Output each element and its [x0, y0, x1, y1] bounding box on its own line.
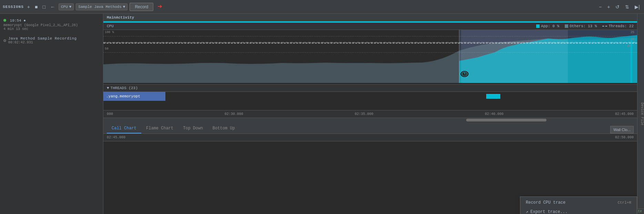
main-layout: 10:54 ● memoryopt (Google Pixel_2_XL_API… [0, 14, 644, 214]
add-session-button[interactable]: + [26, 3, 31, 10]
session-duration: 4 min 13 sec [3, 27, 100, 31]
recording-name: Java Method Sample Recording [8, 36, 77, 41]
timeline-label-3: 02:40.000 [485, 112, 503, 116]
menu-record-cpu-label: Record CPU trace [526, 200, 565, 205]
others-color-dot [565, 24, 568, 28]
zoom-out-icon[interactable]: − [597, 3, 603, 10]
cpu-section: CPU App: 0 % Others: 13 % Threads: 22 [103, 23, 637, 85]
sample-dropdown[interactable]: Sample Java Methods ▼ [76, 3, 127, 10]
session-time: 10:54 ● [3, 19, 100, 23]
menu-record-cpu-shortcut: Ctrl+R [617, 201, 631, 205]
play-to-end-icon[interactable]: ▶| [633, 3, 641, 10]
chevron-down-icon-sample: ▼ [123, 5, 125, 9]
record-button[interactable]: Record [130, 3, 153, 11]
y-label-50: 50 [105, 47, 109, 51]
tab-call-chart[interactable]: Call Chart [107, 124, 141, 133]
legend-threads: Threads: 22 [602, 24, 634, 28]
timeline-label-1: 02:30.000 [225, 112, 243, 116]
session-recording[interactable]: ⚙ Java Method Sample Recording 00:02:42.… [0, 35, 103, 46]
horizontal-scroll[interactable] [103, 118, 637, 122]
chart-timeline-left: 02:45.000 [107, 136, 125, 139]
tab-bottom-up[interactable]: Bottom Up [208, 124, 240, 133]
thread-timeline [165, 92, 637, 101]
sidebar: 10:54 ● memoryopt (Google Pixel_2_XL_API… [0, 14, 103, 214]
chart-timeline: 02:45.000 02:50.000 [103, 134, 637, 141]
legend-threads-label: Threads: 22 [609, 24, 634, 28]
scroll-thumb[interactable] [466, 119, 546, 121]
tabs-section: Call Chart Flame Chart Top Down Bottom U… [103, 122, 637, 134]
context-menu: Record CPU trace Ctrl+R ↗ Export trace..… [520, 196, 637, 214]
back-button[interactable]: ← [49, 3, 57, 10]
cpu-chart-area: 100 % 50 25 20 15 - [103, 30, 637, 83]
export-icon: ↗ [526, 209, 528, 214]
chart-content: Record CPU trace Ctrl+R ↗ Export trace..… [103, 141, 637, 214]
collapse-icon[interactable]: ▼ [107, 86, 109, 90]
menu-export-trace[interactable]: ↗ Export trace... [520, 207, 637, 214]
threads-header: ▼ THREADS (23) [103, 85, 637, 92]
recording-time: 00:02:42.931 [8, 41, 77, 44]
session-time-label: 10:54 ● [10, 19, 26, 23]
legend-app: App: 0 % [536, 24, 559, 28]
right-panel: Device File [637, 14, 644, 214]
device-file-label: Device File [640, 103, 644, 125]
cpu-section-label: CPU [107, 24, 114, 28]
arrow-indicator: ➜ [157, 2, 162, 11]
threads-color-dash [602, 26, 607, 26]
y-label-15: 15 - [627, 44, 634, 48]
legend-app-label: App: 0 % [541, 24, 559, 28]
menu-export-trace-label: Export trace... [530, 210, 568, 214]
tab-flame-chart[interactable]: Flame Chart [141, 124, 178, 133]
main-content: MainActivity CPU App: 0 % Others: 13 % [103, 14, 637, 214]
chart-timeline-right: 02:50.000 [615, 136, 634, 139]
toolbar: SESSIONS + ■ □ ← CPU ▼ Sample Java Metho… [0, 0, 644, 14]
timeline-labels: 000 02:30.000 02:35.000 02:40.000 02:45.… [103, 112, 637, 116]
thread-row: .yang.memoryopt [103, 92, 637, 101]
chevron-down-icon: ▼ [69, 5, 72, 9]
sort-icon[interactable]: ⇅ [624, 3, 631, 10]
wall-clock-button[interactable]: Wall Clo... [610, 126, 634, 133]
cpu-legend: App: 0 % Others: 13 % Threads: 22 [536, 24, 634, 28]
zoom-in-icon[interactable]: + [606, 3, 611, 10]
recording-info: Java Method Sample Recording 00:02:42.93… [8, 36, 77, 44]
stop-button[interactable]: ■ [33, 3, 39, 10]
session-status-dot [3, 19, 6, 22]
activity-label: MainActivity [107, 15, 134, 20]
tab-top-down[interactable]: Top Down [178, 124, 208, 133]
export-trace-with-icon: ↗ Export trace... [526, 209, 568, 214]
session-device: memoryopt (Google Pixel_2_XL_API_26) [3, 23, 100, 27]
activity-bar: MainActivity [103, 14, 637, 21]
sample-label: Sample Java Methods [78, 5, 121, 9]
y-label-100: 100 % [105, 31, 114, 34]
cpu-dropdown[interactable]: CPU ▼ [59, 3, 74, 10]
refresh-icon[interactable]: ↺ [614, 3, 621, 10]
session-item[interactable]: 10:54 ● memoryopt (Google Pixel_2_XL_API… [0, 17, 103, 33]
app-color-dot [536, 24, 540, 28]
sessions-label: SESSIONS [3, 5, 24, 9]
toolbar-right-icons: − + ↺ ⇅ ▶| [597, 3, 641, 10]
y-label-20: 20 [631, 38, 634, 41]
cpu-label: CPU [61, 5, 68, 9]
threads-section: ▼ THREADS (23) .yang.memoryopt [103, 85, 637, 110]
window-button[interactable]: □ [41, 3, 47, 10]
selected-region [461, 30, 568, 83]
menu-record-cpu[interactable]: Record CPU trace Ctrl+R [520, 198, 637, 207]
legend-others-label: Others: 13 % [570, 24, 597, 28]
y-label-25: 25 [631, 31, 634, 34]
timeline-bar: 000 02:30.000 02:35.000 02:40.000 02:45.… [103, 110, 637, 118]
threads-label: THREADS (23) [111, 86, 138, 90]
thread-active-block [486, 94, 500, 99]
timeline-label-0: 000 [107, 112, 113, 116]
timeline-label-2: 02:35.000 [355, 112, 373, 116]
legend-others: Others: 13 % [565, 24, 597, 28]
gear-icon: ⚙ [3, 38, 6, 43]
threads-chart-area: .yang.memoryopt [103, 92, 637, 110]
thread-name-label: .yang.memoryopt [103, 92, 165, 101]
timeline-label-4: 02:45.000 [615, 112, 634, 116]
cpu-header: CPU App: 0 % Others: 13 % Threads: 22 [103, 23, 637, 30]
